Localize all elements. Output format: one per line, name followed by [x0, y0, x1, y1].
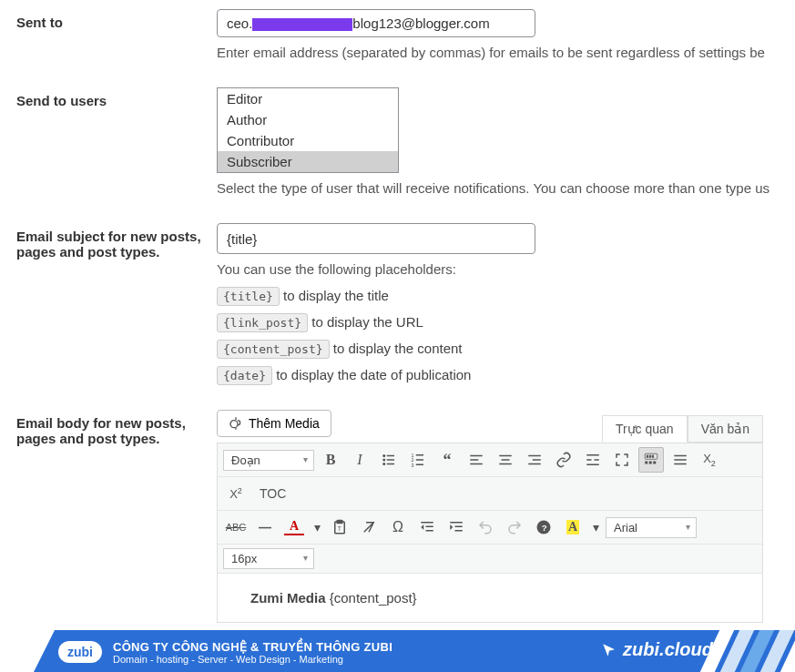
toolbar-toggle-button[interactable]	[638, 447, 664, 473]
paste-text-button[interactable]: T	[327, 514, 352, 540]
footer-banner: zubi CÔNG TY CÔNG NGHỆ & TRUYỀN THÔNG ZU…	[0, 630, 795, 672]
svg-text:T: T	[338, 525, 341, 532]
highlight-color-dropdown[interactable]: ▾	[589, 514, 602, 540]
editor-content-bold: Zumi Media	[250, 590, 326, 606]
placeholder-line-content: {content_post} to display the content	[217, 341, 795, 356]
placeholder-line-date: {date} to display the date of publicatio…	[217, 367, 795, 382]
placeholder-code: {link_post}	[217, 313, 308, 332]
svg-rect-23	[586, 459, 591, 461]
send-to-users-help: Select the type of user that will receiv…	[217, 180, 795, 196]
bold-button[interactable]: B	[318, 447, 343, 473]
svg-rect-31	[649, 462, 652, 464]
placeholder-code: {title}	[217, 287, 280, 306]
cursor-icon	[601, 642, 617, 658]
svg-rect-8	[416, 454, 423, 456]
banner-notch	[0, 630, 55, 672]
svg-rect-17	[502, 459, 510, 461]
svg-point-3	[382, 459, 385, 462]
italic-button[interactable]: I	[347, 447, 372, 473]
editor-content-area[interactable]: Zumi Media {content_post}	[218, 574, 762, 622]
redo-button[interactable]	[502, 514, 527, 540]
svg-rect-22	[586, 454, 599, 456]
text-color-button[interactable]: A	[281, 514, 307, 540]
user-option-editor[interactable]: Editor	[218, 88, 398, 109]
help-button[interactable]: ?	[531, 514, 556, 540]
superscript-button[interactable]: X2	[223, 481, 249, 506]
read-more-button[interactable]	[580, 447, 606, 473]
placeholder-line-link: {link_post} to display the URL	[217, 314, 795, 330]
placeholder-code: {date}	[217, 366, 272, 385]
placeholder-line-title: {title} to display the title	[217, 288, 795, 303]
tab-text[interactable]: Văn bản	[688, 415, 763, 443]
banner-top-row[interactable]: zubi CÔNG TY CÔNG NGHỆ & TRUYỀN THÔNG ZU…	[0, 630, 795, 672]
outdent-button[interactable]	[414, 514, 440, 540]
svg-rect-4	[387, 459, 394, 461]
strikethrough-button[interactable]: ABC	[223, 514, 249, 540]
svg-rect-37	[337, 521, 342, 524]
svg-rect-19	[528, 455, 541, 457]
redacted-segment	[252, 18, 352, 31]
user-option-author[interactable]: Author	[218, 109, 398, 130]
svg-rect-24	[595, 459, 599, 461]
format-select[interactable]: Đoạn	[223, 450, 314, 471]
svg-rect-43	[455, 526, 463, 528]
link-button[interactable]	[551, 447, 576, 473]
blockquote-button[interactable]: “	[434, 447, 460, 473]
svg-rect-12	[416, 464, 423, 466]
svg-rect-2	[387, 455, 394, 457]
fullscreen-button[interactable]	[609, 447, 635, 473]
sent-to-value-prefix: ceo.	[227, 15, 252, 31]
user-option-subscriber[interactable]: Subscriber	[218, 151, 398, 172]
highlight-color-button[interactable]: A	[560, 514, 586, 540]
indent-button[interactable]	[443, 514, 469, 540]
svg-rect-33	[674, 455, 687, 457]
undo-button[interactable]	[473, 514, 498, 540]
bullet-list-button[interactable]	[376, 447, 402, 473]
send-to-users-select[interactable]: Editor Author Contributor Subscriber	[217, 87, 399, 173]
text-color-dropdown[interactable]: ▾	[311, 514, 323, 540]
svg-rect-30	[645, 462, 647, 464]
banner-services: Domain - hosting - Server - Web Design -…	[113, 654, 392, 665]
clear-formatting-button[interactable]	[356, 514, 382, 540]
svg-rect-16	[499, 455, 512, 457]
email-subject-label: Email subject for new posts, pages and p…	[16, 223, 217, 382]
align-left-button[interactable]	[464, 447, 489, 473]
subscript-button[interactable]: X2	[697, 447, 722, 473]
svg-rect-35	[674, 463, 687, 465]
svg-point-5	[382, 463, 385, 465]
placeholder-code: {content_post}	[217, 340, 330, 359]
horizontal-rule-button[interactable]: —	[252, 514, 278, 540]
svg-rect-14	[470, 459, 478, 461]
banner-site-top: zubi.cloud	[601, 639, 713, 660]
add-media-label: Thêm Media	[249, 416, 320, 431]
placeholders-intro: You can use the following placeholders:	[217, 261, 795, 277]
svg-point-1	[382, 454, 385, 457]
font-family-select[interactable]: Arial	[606, 517, 697, 538]
editor-content-rest: {content_post}	[326, 590, 417, 606]
font-size-select[interactable]: 16px	[223, 548, 314, 569]
svg-rect-15	[470, 463, 483, 465]
toc-button[interactable]: TOC	[252, 483, 293, 504]
align-justify-button[interactable]	[668, 447, 693, 473]
svg-rect-25	[586, 464, 599, 466]
svg-rect-32	[653, 462, 656, 464]
tab-visual[interactable]: Trực quan	[602, 415, 688, 443]
add-media-button[interactable]: Thêm Media	[217, 410, 331, 437]
special-character-button[interactable]: Ω	[385, 514, 411, 540]
numbered-list-button[interactable]: 123	[405, 447, 431, 473]
zubi-logo: zubi	[58, 641, 102, 663]
sent-to-input[interactable]: ceo.blog123@blogger.com	[217, 9, 535, 37]
align-center-button[interactable]	[493, 447, 518, 473]
email-subject-input[interactable]	[217, 223, 535, 254]
sent-to-value-suffix: blog123@blogger.com	[352, 15, 489, 31]
svg-rect-13	[470, 455, 483, 457]
svg-rect-18	[499, 463, 512, 465]
align-right-button[interactable]	[522, 447, 547, 473]
svg-rect-6	[387, 463, 394, 465]
svg-rect-20	[533, 459, 541, 461]
svg-rect-27	[647, 455, 648, 458]
media-icon	[229, 416, 243, 431]
user-option-contributor[interactable]: Contributor	[218, 130, 398, 151]
toolbar-row-1: Đoạn B I 123 “ X2	[218, 443, 762, 477]
svg-rect-41	[426, 530, 433, 532]
